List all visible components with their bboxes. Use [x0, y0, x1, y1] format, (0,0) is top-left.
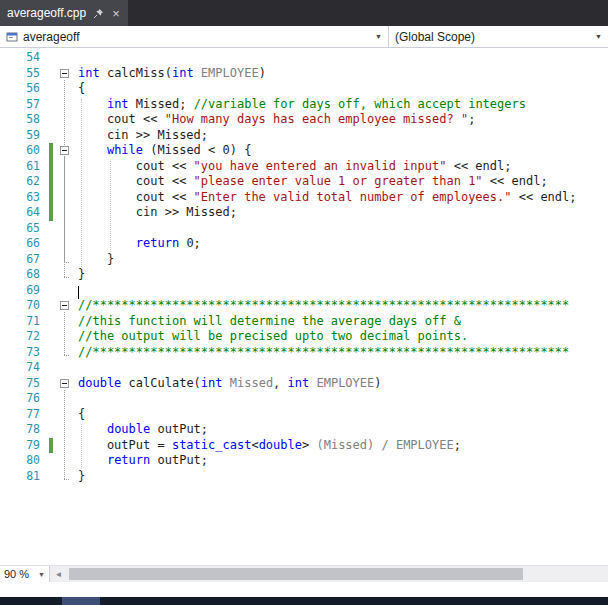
- collapse-icon[interactable]: [60, 69, 69, 78]
- code-line[interactable]: 76: [0, 391, 608, 407]
- outlining-margin: [56, 422, 74, 438]
- scope-dropdown[interactable]: (Global Scope) ▼: [389, 26, 608, 47]
- code-line[interactable]: 80 return outPut;: [0, 453, 608, 469]
- code-line[interactable]: 67 }: [0, 252, 608, 268]
- bottom-bar: [0, 597, 608, 605]
- pin-icon[interactable]: [93, 8, 104, 19]
- outlining-margin: [56, 391, 74, 407]
- scope-dropdown-value: (Global Scope): [395, 30, 475, 44]
- collapse-icon[interactable]: [60, 301, 69, 310]
- outlining-margin: [56, 298, 74, 314]
- change-tracking-bar: [48, 407, 56, 423]
- change-tracking-bar: [48, 329, 56, 345]
- code-line[interactable]: 72//the output will be precised upto two…: [0, 329, 608, 345]
- code-line[interactable]: 79 outPut = static_cast<double> (Missed)…: [0, 438, 608, 454]
- line-number: 74: [0, 360, 48, 376]
- code-line[interactable]: 61 cout << "you have entered an invalid …: [0, 159, 608, 175]
- outlining-margin: [56, 97, 74, 113]
- change-tracking-bar: [48, 391, 56, 407]
- outlining-margin: [56, 128, 74, 144]
- line-number: 64: [0, 205, 48, 221]
- code-text: outPut = static_cast<double> (Missed) / …: [74, 438, 461, 454]
- change-tracking-bar: [48, 453, 56, 469]
- code-text: return outPut;: [74, 453, 208, 469]
- code-line[interactable]: 70//************************************…: [0, 298, 608, 314]
- line-number: 79: [0, 438, 48, 454]
- code-text: //**************************************…: [74, 298, 569, 314]
- code-line[interactable]: 73//************************************…: [0, 345, 608, 361]
- collapse-icon[interactable]: [60, 379, 69, 388]
- code-line[interactable]: 64 cin >> Missed;: [0, 205, 608, 221]
- indent-guide: [81, 99, 82, 270]
- change-tracking-bar: [48, 97, 56, 113]
- code-line[interactable]: 78 double outPut;: [0, 422, 608, 438]
- horizontal-scrollbar-row: 90 % ▼ ◄: [0, 565, 608, 582]
- line-number: 81: [0, 469, 48, 485]
- zoom-dropdown[interactable]: 90 % ▼: [0, 566, 50, 582]
- type-dropdown-value: averageoff: [23, 30, 80, 44]
- taskbar-item[interactable]: [62, 597, 100, 605]
- outlining-margin: [56, 236, 74, 252]
- outlining-margin: [56, 112, 74, 128]
- change-tracking-bar: [48, 190, 56, 206]
- code-text: double outPut;: [74, 422, 208, 438]
- outlining-margin: [56, 66, 74, 82]
- scrollbar-thumb[interactable]: [69, 568, 523, 580]
- code-text: //the output will be precised upto two d…: [74, 329, 468, 345]
- change-tracking-bar: [48, 298, 56, 314]
- code-line[interactable]: 81}: [0, 469, 608, 485]
- code-text: cout << "How many days has each employee…: [74, 112, 475, 128]
- code-line[interactable]: 54: [0, 50, 608, 66]
- code-line[interactable]: 58 cout << "How many days has each emplo…: [0, 112, 608, 128]
- code-line[interactable]: 69: [0, 283, 608, 299]
- code-text: int Missed; //variable for days off, whi…: [74, 97, 526, 113]
- outlining-margin: [56, 174, 74, 190]
- line-number: 69: [0, 283, 48, 299]
- code-text: cin >> Missed;: [74, 128, 208, 144]
- code-text: [74, 221, 78, 237]
- line-number: 63: [0, 190, 48, 206]
- tab-averageoff-cpp[interactable]: averageoff.cpp ×: [0, 0, 128, 26]
- fold-region-tick: [64, 355, 69, 356]
- code-line[interactable]: 55int calcMiss(int EMPLOYEE): [0, 66, 608, 82]
- type-dropdown[interactable]: averageoff ▼: [0, 26, 388, 47]
- change-tracking-bar: [48, 174, 56, 190]
- code-line[interactable]: 75double calCulate(int Missed, int EMPLO…: [0, 376, 608, 392]
- code-text: {: [74, 81, 85, 97]
- line-number: 71: [0, 314, 48, 330]
- code-line[interactable]: 65: [0, 221, 608, 237]
- line-number: 76: [0, 391, 48, 407]
- code-line[interactable]: 60 while (Missed < 0) {: [0, 143, 608, 159]
- zoom-value: 90 %: [4, 568, 29, 580]
- navigation-bar: averageoff ▼ (Global Scope) ▼: [0, 26, 608, 48]
- change-tracking-bar: [48, 81, 56, 97]
- editor[interactable]: 5455int calcMiss(int EMPLOYEE)56{57 int …: [0, 48, 608, 565]
- outlining-margin: [56, 267, 74, 283]
- code-line[interactable]: 74: [0, 360, 608, 376]
- code-line[interactable]: 56{: [0, 81, 608, 97]
- code-line[interactable]: 57 int Missed; //variable for days off, …: [0, 97, 608, 113]
- collapse-icon[interactable]: [60, 146, 69, 155]
- code-text: cout << "you have entered an invalid inp…: [74, 159, 512, 175]
- code-text: return 0;: [74, 236, 201, 252]
- code-line[interactable]: 63 cout << "Enter the valid total number…: [0, 190, 608, 206]
- scrollbar-track[interactable]: [67, 566, 608, 582]
- code-line[interactable]: 59 cin >> Missed;: [0, 128, 608, 144]
- line-number: 72: [0, 329, 48, 345]
- code-line[interactable]: 68}: [0, 267, 608, 283]
- code-line[interactable]: 66 return 0;: [0, 236, 608, 252]
- change-tracking-bar: [48, 221, 56, 237]
- code-line[interactable]: 71//this function will determine the ave…: [0, 314, 608, 330]
- outlining-margin: [56, 143, 74, 159]
- code-line[interactable]: 62 cout << "please enter value 1 or grea…: [0, 174, 608, 190]
- chevron-down-icon: ▼: [38, 571, 45, 578]
- scroll-left-button[interactable]: ◄: [50, 566, 67, 582]
- change-tracking-bar: [48, 205, 56, 221]
- code-line[interactable]: 77{: [0, 407, 608, 423]
- close-icon[interactable]: ×: [111, 7, 121, 20]
- change-tracking-bar: [48, 252, 56, 268]
- code-text: [74, 360, 78, 376]
- line-number: 58: [0, 112, 48, 128]
- code-text: double calCulate(int Missed, int EMPLOYE…: [74, 376, 382, 392]
- outlining-margin: [56, 252, 74, 268]
